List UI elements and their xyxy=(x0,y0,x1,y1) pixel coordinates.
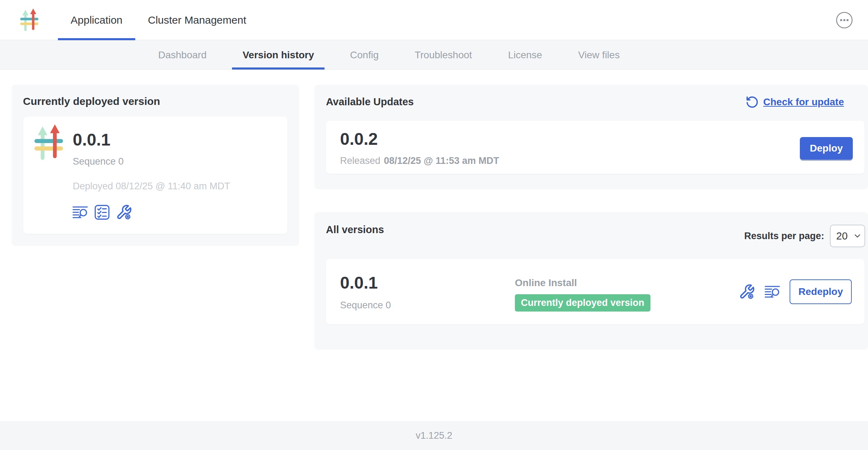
deployed-version-number: 0.0.1 xyxy=(73,130,111,150)
ellipsis-menu-icon xyxy=(836,11,853,29)
all-versions-title: All versions xyxy=(326,224,384,236)
header-tab-bar: Application Cluster Management xyxy=(58,0,259,40)
deployed-sequence: Sequence 0 xyxy=(73,156,124,167)
preflight-checks-button[interactable] xyxy=(94,204,110,220)
available-updates-title: Available Updates xyxy=(326,96,414,108)
refresh-icon xyxy=(745,95,759,109)
deployed-timestamp: Deployed 08/12/25 @ 11:40 am MDT xyxy=(73,181,230,192)
tab-cluster-management[interactable]: Cluster Management xyxy=(135,0,259,40)
config-icon xyxy=(116,204,132,220)
currently-deployed-title: Currently deployed version xyxy=(23,95,160,107)
app-logo-icon xyxy=(20,8,39,32)
subnav-tab-config-label: Config xyxy=(350,49,379,61)
edit-config-button[interactable] xyxy=(116,204,132,220)
deploy-logs-icon xyxy=(764,284,780,300)
footer-bar: v1.125.2 xyxy=(0,421,868,450)
row-sequence: Sequence 0 xyxy=(340,300,391,311)
subnav-tab-license[interactable]: License xyxy=(498,41,553,69)
released-prefix: Released xyxy=(340,155,380,166)
app-logo-icon xyxy=(33,124,64,161)
subnav-tab-view-files-label: View files xyxy=(578,49,620,61)
subnav-tab-config[interactable]: Config xyxy=(339,41,389,69)
released-date: 08/12/25 @ 11:53 am MDT xyxy=(384,155,499,166)
subnav-tab-version-history-label: Version history xyxy=(243,49,314,61)
console-version: v1.125.2 xyxy=(416,430,452,441)
all-versions-card: All versions Results per page: 20 0.0.1 … xyxy=(314,212,868,350)
row-version-number: 0.0.1 xyxy=(340,273,378,293)
version-row: 0.0.1 Sequence 0 Online Install Currentl… xyxy=(326,259,864,324)
currently-deployed-card: Currently deployed version 0.0.1 Sequenc… xyxy=(12,85,299,246)
row-edit-config-button[interactable] xyxy=(739,284,755,300)
config-icon xyxy=(739,284,755,300)
tab-application-label: Application xyxy=(71,14,123,26)
update-released-line: Released08/12/25 @ 11:53 am MDT xyxy=(340,155,499,166)
results-per-page-select-wrap: 20 xyxy=(830,225,865,247)
update-version-number: 0.0.2 xyxy=(340,129,378,149)
subnav-tab-license-label: License xyxy=(508,49,542,61)
redeploy-button[interactable]: Redeploy xyxy=(790,279,852,304)
subnav-tab-troubleshoot-label: Troubleshoot xyxy=(415,49,472,61)
deployed-actions xyxy=(72,204,132,220)
currently-deployed-badge: Currently deployed version xyxy=(515,294,650,312)
tab-cluster-management-label: Cluster Management xyxy=(148,14,246,26)
deploy-button[interactable]: Deploy xyxy=(800,137,853,160)
row-actions: Redeploy xyxy=(739,279,852,304)
check-for-update-label: Check for update xyxy=(763,96,844,108)
deploy-logs-icon xyxy=(72,204,88,220)
results-per-page-control: Results per page: 20 xyxy=(744,225,865,247)
available-updates-card: Available Updates Check for update 0.0.2… xyxy=(314,85,868,189)
subnav-tab-troubleshoot[interactable]: Troubleshoot xyxy=(404,41,482,69)
row-deploy-logs-button[interactable] xyxy=(764,284,780,300)
update-row: 0.0.2 Released08/12/25 @ 11:53 am MDT De… xyxy=(326,121,864,174)
install-type-label: Online Install xyxy=(515,277,577,289)
check-for-update-link[interactable]: Check for update xyxy=(745,95,844,109)
subnav-tab-dashboard[interactable]: Dashboard xyxy=(148,41,217,69)
row-middle-info: Online Install Currently deployed versio… xyxy=(515,277,650,312)
subnav-tab-version-history[interactable]: Version history xyxy=(232,41,325,69)
top-header: Application Cluster Management xyxy=(0,0,868,40)
subnav-tab-dashboard-label: Dashboard xyxy=(158,49,207,61)
preflight-checks-icon xyxy=(94,204,110,220)
tab-application[interactable]: Application xyxy=(58,0,135,40)
app-subnav: Dashboard Version history Config Trouble… xyxy=(0,41,868,70)
overflow-menu-button[interactable] xyxy=(836,11,853,29)
results-per-page-select[interactable]: 20 xyxy=(830,225,865,247)
deployed-version-panel: 0.0.1 Sequence 0 Deployed 08/12/25 @ 11:… xyxy=(23,117,287,234)
subnav-tab-view-files[interactable]: View files xyxy=(567,41,630,69)
deploy-logs-button[interactable] xyxy=(72,204,88,220)
results-per-page-label: Results per page: xyxy=(744,231,824,242)
